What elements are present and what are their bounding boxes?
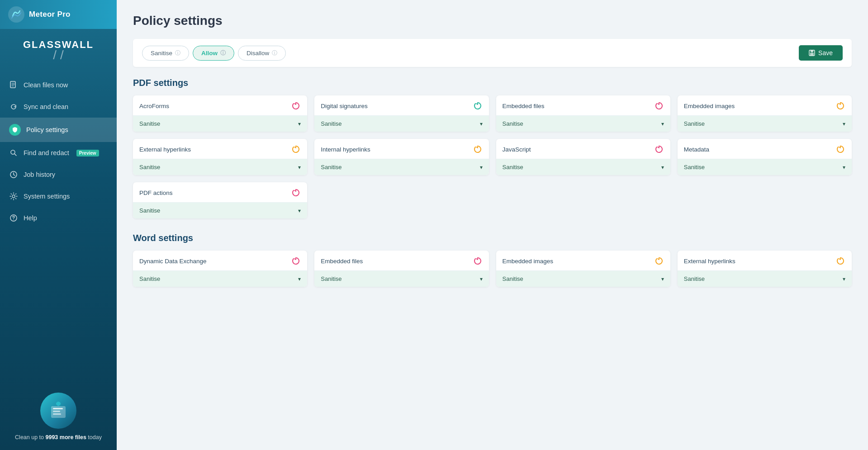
sidebar-header: Meteor Pro xyxy=(0,0,117,29)
card-body[interactable]: Sanitise ▾ xyxy=(314,271,489,287)
card-name: Digital signatures xyxy=(321,103,368,109)
card-header: External hyperlinks xyxy=(678,251,852,271)
sidebar-item-label-settings: System settings xyxy=(24,193,70,200)
card-body[interactable]: Sanitise ▾ xyxy=(133,159,307,175)
chevron-down-icon[interactable]: ▾ xyxy=(298,276,301,282)
card-select-label: Sanitise xyxy=(503,164,523,171)
card-item: Embedded images Sanitise ▾ xyxy=(496,251,670,287)
sidebar-item-system-settings[interactable]: System settings xyxy=(0,185,117,207)
svg-point-6 xyxy=(13,219,14,220)
pdf-cards-grid: AcroForms Sanitise ▾ Digital signatures … xyxy=(133,95,852,218)
sidebar-item-help[interactable]: Help xyxy=(0,207,117,229)
card-header: Digital signatures xyxy=(314,95,489,116)
allow-button[interactable]: Allow ⓘ xyxy=(193,46,234,61)
card-select-label: Sanitise xyxy=(139,120,160,127)
card-select-label: Sanitise xyxy=(139,207,160,214)
card-name: External hyperlinks xyxy=(139,146,191,153)
card-body[interactable]: Sanitise ▾ xyxy=(496,271,670,287)
card-body[interactable]: Sanitise ▾ xyxy=(496,116,670,132)
sidebar-item-label-policy: Policy settings xyxy=(26,126,68,133)
card-header: External hyperlinks xyxy=(133,139,307,159)
chevron-down-icon[interactable]: ▾ xyxy=(661,276,664,282)
sanitise-icon xyxy=(291,188,301,198)
save-icon xyxy=(809,50,815,56)
card-name: Dynamic Data Exchange xyxy=(139,258,207,265)
chevron-down-icon[interactable]: ▾ xyxy=(298,208,301,214)
card-body[interactable]: Sanitise ▾ xyxy=(133,203,307,218)
toolbar: Sanitise ⓘ Allow ⓘ Disallow ⓘ Save xyxy=(133,39,852,67)
card-item: Internal hyperlinks Sanitise ▾ xyxy=(314,139,489,175)
card-body[interactable]: Sanitise ▾ xyxy=(314,159,489,175)
sidebar-item-policy-settings[interactable]: Policy settings xyxy=(0,118,117,142)
sidebar-nav: Clean files now Sync and clean Policy se… xyxy=(0,74,117,384)
card-select-label: Sanitise xyxy=(503,275,523,282)
sidebar-item-label-clean: Clean files now xyxy=(24,81,68,89)
chevron-down-icon[interactable]: ▾ xyxy=(480,276,483,282)
sidebar-item-label-sync: Sync and clean xyxy=(24,103,68,110)
chevron-down-icon[interactable]: ▾ xyxy=(843,121,845,127)
search-icon xyxy=(9,148,18,157)
sidebar: Meteor Pro GLASSWALL / / Clean files now… xyxy=(0,0,117,450)
sanitise-icon xyxy=(291,101,301,111)
card-name: Embedded images xyxy=(684,103,735,109)
gear-icon xyxy=(9,192,18,201)
sanitise-icon xyxy=(654,256,664,266)
sidebar-item-clean-files-now[interactable]: Clean files now xyxy=(0,74,117,96)
chevron-down-icon[interactable]: ▾ xyxy=(843,164,845,171)
sanitise-icon xyxy=(291,256,301,266)
sanitise-icon xyxy=(473,256,483,266)
word-settings-section: Word settings Dynamic Data Exchange Sani… xyxy=(133,233,852,287)
card-select-label: Sanitise xyxy=(321,275,342,282)
brand-area: GLASSWALL / / xyxy=(0,29,117,66)
allow-info-icon: ⓘ xyxy=(220,49,226,57)
sidebar-item-find-and-redact[interactable]: Find and redact Preview xyxy=(0,142,117,164)
sidebar-footer: Clean up to 9993 more files today xyxy=(0,384,117,450)
svg-rect-11 xyxy=(53,413,61,415)
svg-point-0 xyxy=(8,6,24,23)
footer-text: Clean up to 9993 more files today xyxy=(15,433,102,442)
chevron-down-icon[interactable]: ▾ xyxy=(480,164,483,171)
pdf-settings-section: PDF settings AcroForms Sanitise ▾ Digita… xyxy=(133,78,852,218)
file-icon xyxy=(9,81,18,90)
card-body[interactable]: Sanitise ▾ xyxy=(678,116,852,132)
card-name: Embedded files xyxy=(503,103,545,109)
disallow-info-icon: ⓘ xyxy=(272,49,277,57)
chevron-down-icon[interactable]: ▾ xyxy=(843,276,845,282)
chevron-down-icon[interactable]: ▾ xyxy=(298,121,301,127)
sidebar-item-job-history[interactable]: Job history xyxy=(0,164,117,185)
card-header: AcroForms xyxy=(133,95,307,116)
chevron-down-icon[interactable]: ▾ xyxy=(661,164,664,171)
pdf-section-title: PDF settings xyxy=(133,78,852,88)
card-item: PDF actions Sanitise ▾ xyxy=(133,182,307,218)
card-select-label: Sanitise xyxy=(684,164,705,171)
card-body[interactable]: Sanitise ▾ xyxy=(496,159,670,175)
sanitise-button[interactable]: Sanitise ⓘ xyxy=(142,46,189,61)
card-body[interactable]: Sanitise ▾ xyxy=(133,271,307,287)
sidebar-item-sync-and-clean[interactable]: Sync and clean xyxy=(0,96,117,118)
card-header: Embedded images xyxy=(496,251,670,271)
card-item: Embedded files Sanitise ▾ xyxy=(496,95,670,132)
sidebar-item-label-history: Job history xyxy=(24,171,55,178)
sanitise-icon xyxy=(835,101,845,111)
chevron-down-icon[interactable]: ▾ xyxy=(661,121,664,127)
card-body[interactable]: Sanitise ▾ xyxy=(314,116,489,132)
chevron-down-icon[interactable]: ▾ xyxy=(298,164,301,171)
svg-point-4 xyxy=(12,195,15,198)
card-item: Digital signatures Sanitise ▾ xyxy=(314,95,489,132)
card-item: JavaScript Sanitise ▾ xyxy=(496,139,670,175)
save-button[interactable]: Save xyxy=(799,45,843,61)
card-body[interactable]: Sanitise ▾ xyxy=(678,271,852,287)
card-name: AcroForms xyxy=(139,103,169,109)
card-header: Internal hyperlinks xyxy=(314,139,489,159)
card-body[interactable]: Sanitise ▾ xyxy=(133,116,307,132)
card-body[interactable]: Sanitise ▾ xyxy=(678,159,852,175)
card-header: Embedded images xyxy=(678,95,852,116)
chevron-down-icon[interactable]: ▾ xyxy=(480,121,483,127)
card-item: Dynamic Data Exchange Sanitise ▾ xyxy=(133,251,307,287)
clock-icon xyxy=(9,170,18,179)
card-select-label: Sanitise xyxy=(684,120,705,127)
sanitise-icon xyxy=(835,256,845,266)
disallow-button[interactable]: Disallow ⓘ xyxy=(238,46,286,61)
card-item: Embedded files Sanitise ▾ xyxy=(314,251,489,287)
svg-rect-14 xyxy=(810,53,814,55)
